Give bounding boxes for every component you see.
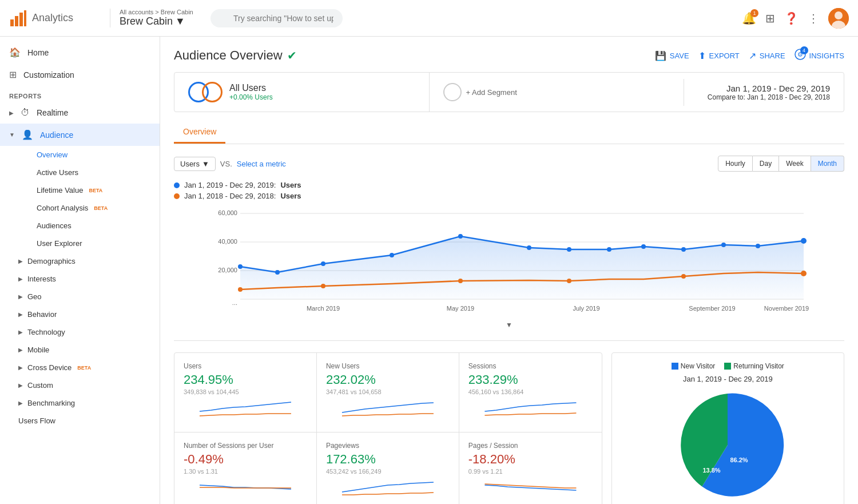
time-btn-week[interactable]: Week [779, 156, 811, 172]
segment-circles [188, 82, 223, 102]
add-segment-button[interactable]: + Add Segment [430, 74, 684, 110]
stat-users-mini-chart [184, 400, 307, 417]
all-users-segment[interactable]: All Users +0.00% Users [174, 73, 430, 112]
grid-icon[interactable]: ⊞ [765, 11, 775, 25]
date-range-compare: Compare to: Jan 1, 2018 - Dec 29, 2018 [698, 93, 830, 101]
stat-sessions-per-user-label: Number of Sessions per User [184, 442, 307, 450]
svg-point-34 [567, 279, 571, 283]
pie-legend-returning-visitor: Returning Visitor [724, 362, 784, 370]
expandable-sections: ▶ Demographics ▶ Interests ▶ Geo ▶ Behav… [0, 252, 160, 430]
sidebar-sub-overview[interactable]: Overview [27, 146, 160, 164]
export-icon: ⬆ [698, 50, 706, 61]
users-flow-label: Users Flow [18, 416, 55, 425]
legend-2019-range: Jan 1, 2019 - Dec 29, 2019: [184, 181, 276, 189]
notification-badge: 1 [750, 9, 758, 17]
svg-point-35 [681, 274, 686, 279]
custom-label: Custom [27, 381, 53, 390]
chart-wrapper: 60,000 40,000 20,000 ... [174, 205, 844, 341]
export-button[interactable]: ⬆ EXPORT [698, 50, 740, 61]
sidebar-audiences-label: Audiences [37, 221, 72, 230]
svg-point-28 [721, 243, 726, 247]
sidebar-section-users-flow[interactable]: Users Flow [18, 412, 160, 430]
sidebar-home-label: Home [27, 48, 49, 57]
benchmarking-chevron-icon: ▶ [18, 400, 23, 406]
svg-text:September 2019: September 2019 [689, 305, 735, 312]
add-segment-label: + Add Segment [466, 88, 517, 97]
sidebar-sub-active-users[interactable]: Active Users [27, 164, 160, 181]
tab-overview[interactable]: Overview [174, 121, 225, 144]
sidebar-section-mobile[interactable]: ▶ Mobile [18, 341, 160, 359]
date-range-main: Jan 1, 2019 - Dec 29, 2019 [698, 84, 830, 93]
save-button[interactable]: 💾 SAVE [655, 50, 689, 61]
sidebar-item-customization[interactable]: ⊞ Customization [0, 64, 160, 86]
returning-visitor-dot [724, 363, 731, 370]
sidebar-section-behavior[interactable]: ▶ Behavior [18, 305, 160, 323]
time-btn-month[interactable]: Month [811, 156, 844, 172]
customization-icon: ⊞ [9, 69, 17, 80]
svg-point-18 [238, 264, 243, 269]
empty-circle [443, 83, 462, 101]
select-metric-link[interactable]: Select a metric [237, 160, 286, 168]
notifications-button[interactable]: 🔔 1 [742, 11, 756, 25]
pie-legend: New Visitor Returning Visitor [672, 362, 784, 370]
sidebar-section-technology[interactable]: ▶ Technology [18, 323, 160, 341]
sidebar-sub-audiences[interactable]: Audiences [27, 217, 160, 235]
analytics-logo-icon [9, 9, 27, 27]
home-icon: 🏠 [9, 47, 21, 58]
account-name-dropdown[interactable]: Brew Cabin ▼ [120, 15, 201, 27]
stat-pageviews-mini-chart [326, 479, 450, 497]
line-chart: 60,000 40,000 20,000 ... [174, 205, 844, 319]
stat-pageviews-compare: 453,242 vs 166,249 [326, 468, 450, 475]
time-btn-day[interactable]: Day [753, 156, 779, 172]
sidebar-sub-cohort[interactable]: Cohort Analysis BETA [27, 199, 160, 217]
stat-sessions-per-user-mini-chart [184, 479, 307, 497]
sidebar-section-benchmarking[interactable]: ▶ Benchmarking [18, 394, 160, 412]
svg-text:60,000: 60,000 [218, 209, 237, 216]
insights-button[interactable]: ⚙ 4 INSIGHTS [795, 49, 844, 62]
audience-icon: 👤 [22, 129, 33, 140]
sidebar-sub-lifetime-value[interactable]: Lifetime Value BETA [27, 181, 160, 199]
svg-point-5 [835, 11, 843, 19]
mobile-chevron-icon: ▶ [18, 347, 23, 353]
sidebar-item-audience[interactable]: ▼ 👤 Audience [0, 124, 160, 146]
svg-point-22 [458, 234, 463, 239]
legend-2018-range: Jan 1, 2018 - Dec 29, 2018: [184, 192, 276, 200]
share-button[interactable]: ↗ SHARE [749, 50, 785, 61]
audience-submenu: Overview Active Users Lifetime Value BET… [0, 146, 160, 252]
sidebar-section-demographics[interactable]: ▶ Demographics [18, 252, 160, 270]
svg-text:86.2%: 86.2% [730, 457, 748, 463]
new-visitor-label: New Visitor [681, 362, 715, 370]
date-range-area[interactable]: Jan 1, 2019 - Dec 29, 2019 Compare to: J… [684, 79, 844, 106]
sidebar-item-home[interactable]: 🏠 Home [0, 41, 160, 64]
geo-label: Geo [27, 292, 42, 301]
cross-device-chevron-icon: ▶ [18, 364, 23, 371]
sidebar-item-realtime[interactable]: ▶ ⏱ Realtime [0, 102, 160, 124]
chevron-right-icon: ▶ [9, 110, 14, 116]
cross-device-beta-badge: BETA [77, 365, 91, 371]
circle-orange [202, 82, 223, 102]
legend-2018-label: Users [280, 192, 301, 200]
demographics-label: Demographics [27, 257, 76, 265]
chart-expand-button[interactable]: ▼ [174, 321, 844, 329]
search-input[interactable] [210, 9, 343, 27]
help-icon[interactable]: ❓ [784, 11, 799, 25]
interests-chevron-icon: ▶ [18, 276, 23, 282]
user-avatar[interactable] [828, 8, 849, 29]
mobile-label: Mobile [27, 346, 49, 354]
pie-chart-area: New Visitor Returning Visitor Jan 1, 201… [611, 352, 844, 504]
svg-point-25 [607, 247, 611, 252]
sidebar-section-geo[interactable]: ▶ Geo [18, 288, 160, 305]
time-btn-hourly[interactable]: Hourly [718, 156, 753, 172]
sidebar-section-interests[interactable]: ▶ Interests [18, 270, 160, 288]
svg-point-27 [681, 247, 686, 252]
metric-dropdown[interactable]: Users ▼ [174, 157, 216, 171]
sidebar-section-cross-device[interactable]: ▶ Cross Device BETA [18, 359, 160, 376]
stat-users-pct: 234.95% [184, 372, 307, 387]
sidebar-sub-user-explorer[interactable]: User Explorer [27, 235, 160, 252]
page-title: Audience Overview [174, 48, 283, 63]
verified-icon: ✔ [287, 49, 297, 62]
behavior-label: Behavior [27, 310, 57, 319]
benchmarking-label: Benchmarking [27, 399, 75, 407]
more-options-icon[interactable]: ⋮ [808, 11, 819, 25]
sidebar-section-custom[interactable]: ▶ Custom [18, 376, 160, 394]
